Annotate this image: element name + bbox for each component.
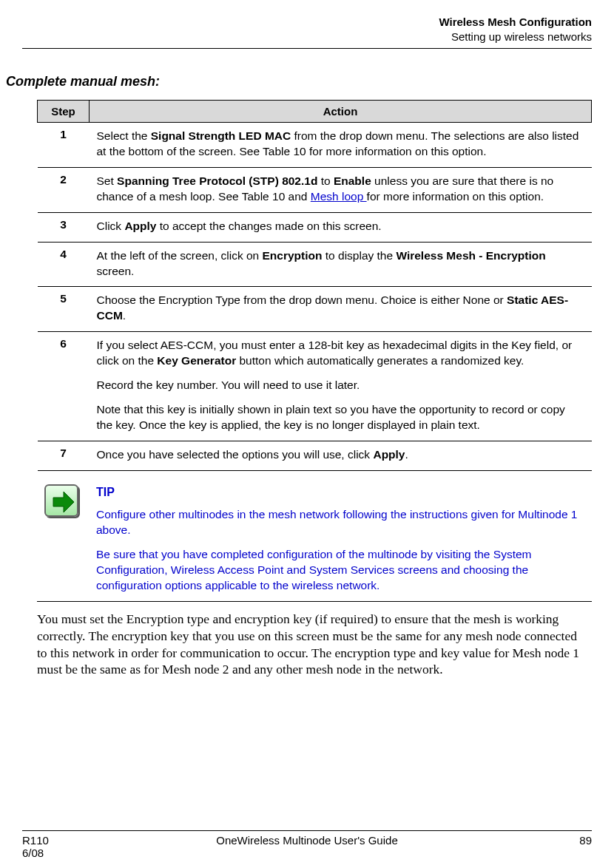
step-action: If you select AES-CCM, you must enter a …	[90, 332, 592, 441]
step-number: 2	[38, 167, 90, 212]
text: button which automatically generates a r…	[236, 354, 524, 367]
header-title: Wireless Mesh Configuration	[22, 15, 592, 30]
step-number: 5	[38, 287, 90, 332]
text: Record the key number. You will need to …	[97, 379, 360, 391]
page-header: Wireless Mesh Configuration Setting up w…	[22, 15, 592, 49]
arrow-right-icon	[44, 484, 78, 517]
text: Select the	[97, 129, 151, 142]
bold-text: Apply	[124, 220, 156, 232]
section-title: Complete manual mesh:	[6, 74, 592, 89]
col-header-step: Step	[38, 101, 90, 123]
table-row: 1Select the Signal Strength LED MAC from…	[38, 123, 592, 168]
page-footer: R110 OneWireless Multinode User's Guide …	[22, 830, 592, 859]
step-action: Select the Signal Strength LED MAC from …	[90, 123, 592, 168]
table-row: 2Set Spanning Tree Protocol (STP) 802.1d…	[38, 167, 592, 212]
bold-text: Encryption	[263, 249, 323, 262]
tip-paragraph: Configure other multinodes in the mesh n…	[96, 507, 584, 538]
text: At the left of the screen, click on	[97, 249, 263, 262]
text: Once you have selected the options you w…	[97, 448, 374, 461]
footer-center: OneWireless Multinode User's Guide	[22, 834, 592, 847]
text: .	[405, 448, 408, 461]
bold-text: Signal Strength LED MAC	[151, 129, 291, 142]
svg-marker-0	[53, 492, 74, 512]
step-paragraph: Record the key number. You will need to …	[97, 378, 584, 393]
step-action: Click Apply to accept the changes made o…	[90, 212, 592, 242]
text: Click	[97, 220, 125, 232]
step-action: At the left of the screen, click on Encr…	[90, 242, 592, 287]
tip-table: TIP Configure other multinodes in the me…	[37, 478, 592, 602]
step-number: 4	[38, 242, 90, 287]
text: .	[123, 309, 126, 322]
text: to	[317, 174, 334, 187]
text: to accept the changes made on this scree…	[156, 220, 381, 232]
table-row: 6If you select AES-CCM, you must enter a…	[38, 332, 592, 441]
tip-label: TIP	[96, 484, 584, 501]
bold-text: Key Generator	[157, 354, 236, 367]
step-number: 7	[38, 441, 90, 470]
text: Choose the Encryption Type from the drop…	[97, 294, 507, 306]
tip-icon-cell	[37, 478, 89, 602]
step-paragraph: Note that this key is initially shown in…	[97, 402, 584, 433]
tip-content: TIP Configure other multinodes in the me…	[89, 478, 592, 602]
col-header-action: Action	[90, 101, 592, 123]
table-row: 5Choose the Encryption Type from the dro…	[38, 287, 592, 332]
table-row: 4At the left of the screen, click on Enc…	[38, 242, 592, 287]
step-number: 1	[38, 123, 90, 168]
step-number: 6	[38, 332, 90, 441]
steps-table: Step Action 1Select the Signal Strength …	[37, 100, 592, 471]
bold-text: Apply	[373, 448, 405, 461]
table-row: 3Click Apply to accept the changes made …	[38, 212, 592, 242]
body-paragraph: You must set the Encryption type and enc…	[37, 611, 584, 678]
bold-text: Enable	[334, 174, 371, 187]
cross-reference-link[interactable]: Mesh loop	[311, 190, 367, 203]
text: to display the	[322, 249, 396, 262]
text: screen.	[97, 265, 135, 277]
step-paragraph: If you select AES-CCM, you must enter a …	[97, 338, 584, 369]
tip-paragraph: Be sure that you have completed configur…	[96, 547, 584, 594]
header-subtitle: Setting up wireless networks	[22, 30, 592, 44]
text: for more information on this option.	[367, 190, 544, 203]
step-number: 3	[38, 212, 90, 242]
step-action: Choose the Encryption Type from the drop…	[90, 287, 592, 332]
step-action: Set Spanning Tree Protocol (STP) 802.1d …	[90, 167, 592, 212]
footer-left-line2: 6/08	[22, 847, 592, 859]
bold-text: Spanning Tree Protocol (STP) 802.1d	[117, 174, 317, 187]
bold-text: Wireless Mesh - Encryption	[396, 249, 545, 262]
step-action: Once you have selected the options you w…	[90, 441, 592, 470]
table-row: 7Once you have selected the options you …	[38, 441, 592, 470]
text: Note that this key is initially shown in…	[97, 403, 565, 431]
text: Set	[97, 174, 118, 187]
